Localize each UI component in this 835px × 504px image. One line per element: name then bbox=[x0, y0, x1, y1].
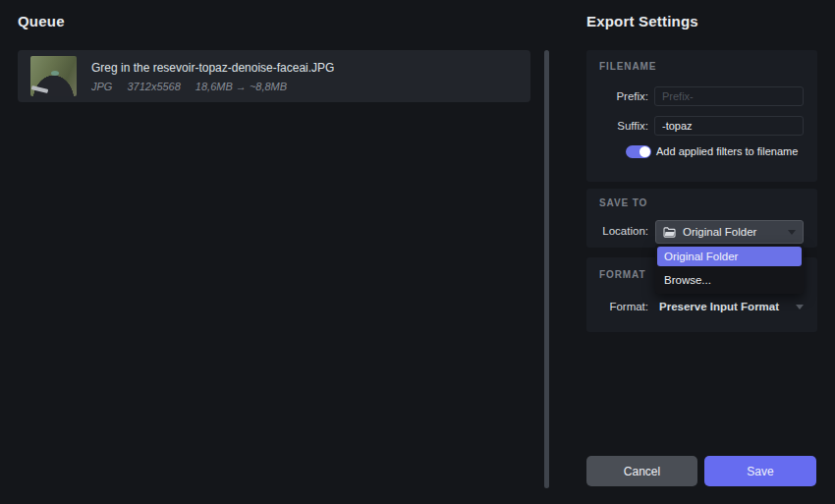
queue-scrollbar[interactable] bbox=[544, 50, 549, 488]
location-dropdown-menu: Original Folder Browse... bbox=[655, 245, 804, 294]
queue-item-format: JPG bbox=[91, 81, 112, 92]
filename-section: FILENAME Prefix: Suffix: Add applied fil… bbox=[586, 50, 817, 182]
chevron-down-icon bbox=[788, 230, 796, 235]
queue-item-info: Greg in the resevoir-topaz-denoise-facea… bbox=[91, 61, 334, 92]
queue-item-meta: JPG 3712x5568 18,6MB → ~8,8MB bbox=[91, 81, 334, 92]
format-section-label: FORMAT bbox=[599, 269, 645, 280]
save-to-section-label: SAVE TO bbox=[599, 197, 647, 208]
menu-option-browse[interactable]: Browse... bbox=[655, 268, 804, 292]
queue-item-thumbnail bbox=[30, 56, 77, 96]
location-label: Location: bbox=[586, 225, 648, 237]
queue-item-size-change: 18,6MB → ~8,8MB bbox=[195, 81, 287, 92]
suffix-input[interactable] bbox=[654, 116, 804, 136]
queue-item-dimensions: 3712x5568 bbox=[127, 81, 180, 92]
queue-item-filename: Greg in the resevoir-topaz-denoise-facea… bbox=[91, 61, 334, 75]
toggle-knob-icon bbox=[640, 146, 650, 157]
chevron-down-icon bbox=[796, 305, 804, 309]
export-settings-title: Export Settings bbox=[586, 13, 698, 29]
export-dialog: Queue Greg in the resevoir-topaz-denoise… bbox=[0, 0, 835, 504]
format-selected-value: Preserve Input Format bbox=[659, 301, 796, 312]
filters-toggle[interactable] bbox=[626, 145, 651, 158]
filters-toggle-label: Add applied filters to filename bbox=[656, 145, 798, 157]
format-label: Format: bbox=[586, 301, 648, 312]
menu-option-original-folder[interactable]: Original Folder bbox=[657, 247, 802, 266]
cancel-button[interactable]: Cancel bbox=[586, 456, 697, 486]
filename-section-label: FILENAME bbox=[599, 61, 656, 72]
queue-panel-title: Queue bbox=[18, 13, 65, 29]
save-to-section: SAVE TO Location: Original Folder bbox=[586, 189, 817, 248]
suffix-label: Suffix: bbox=[586, 120, 648, 132]
queue-item[interactable]: Greg in the resevoir-topaz-denoise-facea… bbox=[18, 50, 530, 102]
prefix-input[interactable] bbox=[654, 86, 804, 106]
folder-icon bbox=[663, 227, 676, 238]
location-dropdown-button[interactable]: Original Folder bbox=[655, 220, 804, 244]
format-dropdown[interactable]: Preserve Input Format bbox=[659, 298, 807, 315]
prefix-label: Prefix: bbox=[586, 90, 648, 102]
save-button[interactable]: Save bbox=[704, 456, 816, 486]
location-selected-value: Original Folder bbox=[683, 226, 788, 238]
